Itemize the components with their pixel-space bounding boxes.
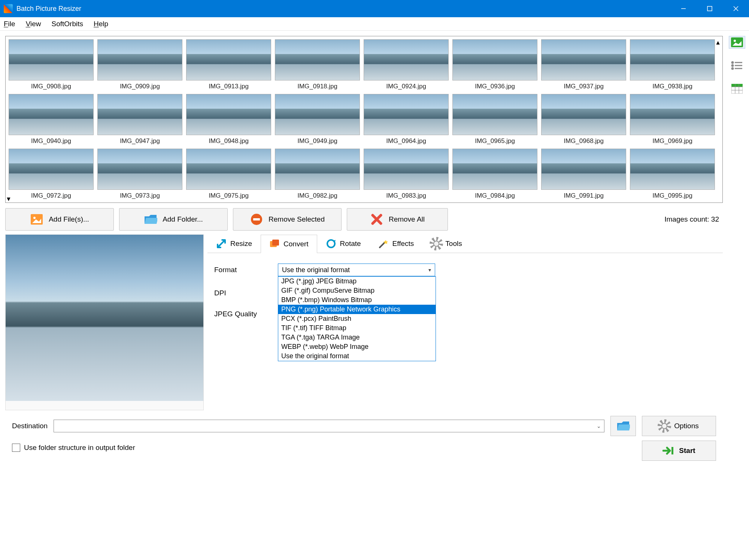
convert-panel: Format Use the original format ▾ JPG (*.…: [207, 253, 723, 341]
format-dropdown: JPG (*.jpg) JPEG BitmapGIF (*.gif) Compu…: [278, 276, 436, 361]
view-details-button[interactable]: [729, 82, 745, 95]
thumbnail-item[interactable]: IMG_0968.jpg: [541, 94, 626, 145]
thumbnail-label: IMG_0913.jpg: [209, 83, 249, 90]
thumbnail-label: IMG_0909.jpg: [120, 83, 160, 90]
thumbnail-item[interactable]: IMG_0984.jpg: [452, 149, 537, 200]
format-combobox[interactable]: Use the original format ▾ JPG (*.jpg) JP…: [278, 264, 435, 276]
format-option[interactable]: WEBP (*.webp) WebP Image: [278, 342, 436, 351]
thumbnail-item[interactable]: IMG_0973.jpg: [97, 149, 182, 200]
thumbnail-item[interactable]: IMG_0948.jpg: [186, 94, 271, 145]
tab-convert[interactable]: Convert: [261, 235, 317, 253]
thumbnail-item[interactable]: IMG_0995.jpg: [630, 149, 715, 200]
add-files-button[interactable]: Add File(s)...: [5, 208, 114, 231]
images-count: Images count: 32: [664, 215, 723, 223]
thumbnail-item[interactable]: IMG_0913.jpg: [186, 39, 271, 90]
thumbnail-image: [186, 94, 271, 135]
chevron-down-icon: ▾: [428, 267, 431, 273]
start-button[interactable]: Start: [642, 441, 716, 461]
tab-resize[interactable]: Resize: [207, 234, 261, 253]
preview-image: [6, 235, 203, 401]
format-option[interactable]: GIF (*.gif) CompuServe Bitmap: [278, 286, 436, 295]
thumbnail-item[interactable]: IMG_0924.jpg: [364, 39, 449, 90]
thumbnail-item[interactable]: IMG_0965.jpg: [452, 94, 537, 145]
format-option[interactable]: TGA (*.tga) TARGA Image: [278, 333, 436, 342]
thumbnail-item[interactable]: IMG_0918.jpg: [275, 39, 360, 90]
thumbnail-image: [9, 94, 94, 135]
thumbnail-label: IMG_0968.jpg: [564, 137, 604, 145]
thumbnail-item[interactable]: IMG_0991.jpg: [541, 149, 626, 200]
thumbnail-image: [364, 39, 449, 80]
tab-effects[interactable]: Effects: [370, 234, 423, 253]
thumbnail-image: [541, 39, 626, 80]
view-list-button[interactable]: [729, 59, 745, 72]
thumbnail-image: [452, 149, 537, 190]
minimize-button[interactable]: [670, 0, 697, 17]
format-label: Format: [214, 266, 278, 274]
destination-input[interactable]: ⌄: [54, 420, 604, 432]
svg-point-20: [732, 68, 733, 69]
folder-structure-label: Use folder structure in output folder: [24, 444, 135, 452]
thumbnail-label: IMG_0940.jpg: [31, 137, 71, 145]
preview-pane: [5, 234, 204, 410]
format-option[interactable]: TIF (*.tif) TIFF Bitmap: [278, 323, 436, 333]
format-option[interactable]: BMP (*.bmp) Windows Bitmap: [278, 295, 436, 305]
image-icon: [30, 213, 43, 226]
thumbnail-image: [275, 94, 360, 135]
format-option[interactable]: PNG (*.png) Portable Network Graphics: [278, 305, 436, 314]
svg-rect-11: [272, 240, 279, 246]
format-option[interactable]: PCX (*.pcx) PaintBrush: [278, 314, 436, 323]
thumbnail-label: IMG_0936.jpg: [475, 83, 515, 90]
thumbnail-item[interactable]: IMG_0908.jpg: [9, 39, 94, 90]
thumbnail-item[interactable]: IMG_0949.jpg: [275, 94, 360, 145]
thumbnail-item[interactable]: IMG_0936.jpg: [452, 39, 537, 90]
folder-structure-checkbox[interactable]: [12, 444, 20, 452]
tab-tools[interactable]: Tools: [422, 234, 470, 253]
browse-folder-button[interactable]: [610, 416, 636, 436]
tab-rotate[interactable]: Rotate: [317, 234, 370, 253]
thumbnail-image: [452, 39, 537, 80]
format-option[interactable]: Use the original format: [278, 351, 436, 361]
thumbnail-item[interactable]: IMG_0964.jpg: [364, 94, 449, 145]
svg-point-5: [33, 217, 36, 219]
thumbnail-image: [97, 39, 182, 80]
thumbnail-image: [9, 39, 94, 80]
thumbnail-image: [630, 94, 715, 135]
maximize-button[interactable]: [697, 0, 723, 17]
view-thumbnails-button[interactable]: [729, 36, 745, 49]
menu-softorbits[interactable]: SoftOrbits: [51, 20, 83, 28]
thumbnail-image: [97, 149, 182, 190]
app-icon: [4, 4, 13, 13]
menu-file[interactable]: File: [4, 20, 15, 28]
format-option[interactable]: JPG (*.jpg) JPEG Bitmap: [278, 277, 436, 286]
options-button[interactable]: Options: [642, 416, 716, 436]
thumbnail-item[interactable]: IMG_0909.jpg: [97, 39, 182, 90]
thumbnail-image: [186, 149, 271, 190]
menubar: File View SoftOrbits Help: [0, 17, 749, 31]
scroll-up-icon[interactable]: ▲: [715, 39, 721, 46]
thumbnail-item[interactable]: IMG_0940.jpg: [9, 94, 94, 145]
add-folder-button[interactable]: Add Folder...: [119, 208, 228, 231]
thumbnail-item[interactable]: IMG_0937.jpg: [541, 39, 626, 90]
close-button[interactable]: [723, 0, 749, 17]
svg-rect-13: [671, 447, 673, 454]
thumbnail-item[interactable]: IMG_0983.jpg: [364, 149, 449, 200]
menu-view[interactable]: View: [26, 20, 41, 28]
svg-rect-7: [253, 218, 260, 220]
gallery-scrollbar[interactable]: ▲ ▼: [715, 39, 721, 200]
thumbnail-image: [452, 94, 537, 135]
remove-selected-button[interactable]: Remove Selected: [233, 208, 342, 231]
thumbnail-item[interactable]: IMG_0982.jpg: [275, 149, 360, 200]
remove-all-label: Remove All: [389, 215, 425, 223]
menu-help[interactable]: Help: [94, 20, 108, 28]
remove-all-button[interactable]: Remove All: [347, 208, 448, 231]
scroll-down-icon[interactable]: ▼: [6, 196, 722, 203]
thumbnail-image: [275, 39, 360, 80]
titlebar: Batch Picture Resizer: [0, 0, 749, 17]
thumbnail-item[interactable]: IMG_0975.jpg: [186, 149, 271, 200]
thumbnail-label: IMG_0949.jpg: [297, 137, 337, 145]
thumbnail-item[interactable]: IMG_0972.jpg: [9, 149, 94, 200]
thumbnail-item[interactable]: IMG_0969.jpg: [630, 94, 715, 145]
thumbnail-label: IMG_0947.jpg: [120, 137, 160, 145]
thumbnail-item[interactable]: IMG_0938.jpg: [630, 39, 715, 90]
thumbnail-item[interactable]: IMG_0947.jpg: [97, 94, 182, 145]
